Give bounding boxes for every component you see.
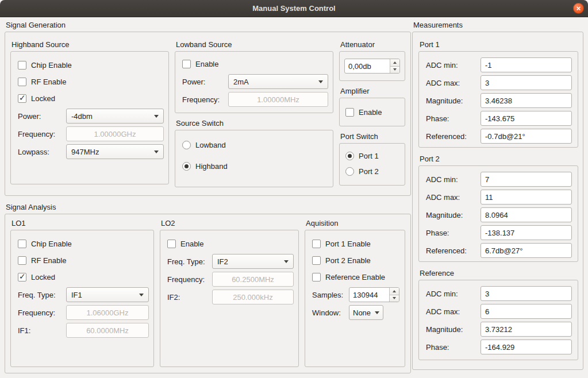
highband-rf-enable-checkbox[interactable]: RF Enable <box>18 75 164 88</box>
close-icon: × <box>577 5 581 12</box>
reference-magnitude-field[interactable]: 3.73212 <box>481 322 572 337</box>
highband-locked-checkbox[interactable]: Locked <box>18 92 164 105</box>
field-label: Lowpass: <box>18 148 66 156</box>
lo2-if2-field: 250.000kHz <box>212 290 294 304</box>
field-label: Frequency: <box>18 308 66 317</box>
aquisition-samples-row: Samples: 130944 <box>312 287 400 302</box>
triangle-up-icon <box>393 290 396 292</box>
signal-analysis-title: Signal Analysis <box>5 203 411 214</box>
lowband-power-select[interactable]: 2mA <box>228 74 328 89</box>
field-label: ADC min: <box>426 175 481 184</box>
source-switch-highband-radio[interactable]: Highband <box>182 160 328 172</box>
port2-referenced-field[interactable]: 6.7db@27° <box>481 243 572 258</box>
highband-frequency-field: 1.00000GHz <box>66 126 164 141</box>
field-label: Phase: <box>426 343 481 352</box>
attenuator-title: Attenuator <box>339 40 405 51</box>
port1-magnitude-field[interactable]: 3.46238 <box>481 93 572 108</box>
triangle-down-icon <box>393 68 397 71</box>
highband-lowpass-select[interactable]: 947MHz <box>66 144 164 159</box>
radio-circle <box>345 152 354 160</box>
checkbox-label: Enable <box>359 108 382 117</box>
window-select[interactable]: None <box>349 305 383 320</box>
lo2-frequency-field: 60.2500MHz <box>212 272 294 287</box>
port2-adc-min-field[interactable]: 7 <box>481 172 572 187</box>
lowband-source-group: Lowband Source Enable Power: 2mA <box>175 40 333 113</box>
reference-phase-field[interactable]: -164.929 <box>481 340 572 354</box>
field-label: ADC max: <box>426 79 481 87</box>
port2-phase-field[interactable]: -138.137 <box>481 225 572 240</box>
port-switch-port1-radio[interactable]: Port 1 <box>345 149 400 162</box>
lo1-freq-type-select[interactable]: IF1 <box>66 287 149 302</box>
lo1-group: LO1 Chip Enable RF Enable <box>10 219 154 367</box>
measurements-port2-group: Port 2 ADC min: 7 ADC max: 11 Ma <box>418 155 578 262</box>
source-switch-title: Source Switch <box>175 119 333 130</box>
radio-circle <box>182 141 191 149</box>
signal-analysis-frame: LO1 Chip Enable RF Enable <box>5 214 411 373</box>
checkbox-box <box>18 94 26 103</box>
port1-phase-field[interactable]: -143.675 <box>481 111 572 126</box>
lowband-frequency-field: 1.00000MHz <box>228 92 328 107</box>
reference-adc-min-row: ADC min: 3 <box>426 286 572 301</box>
measurements-title: Measurements <box>412 21 583 32</box>
checkbox-label: Chip Enable <box>31 61 72 70</box>
triangle-up-icon <box>393 61 397 64</box>
highband-source-title: Highband Source <box>10 40 169 51</box>
radio-circle <box>345 167 354 176</box>
highband-source-group: Highband Source Chip Enable RF Enable <box>10 40 169 184</box>
aquisition-port2-enable-checkbox[interactable]: Port 2 Enable <box>312 254 400 267</box>
lo2-group: LO2 Enable Freq. Type: IF2 <box>160 219 299 367</box>
highband-chip-enable-checkbox[interactable]: Chip Enable <box>18 59 164 71</box>
port1-adc-min-field[interactable]: -1 <box>481 57 572 72</box>
titlebar[interactable]: Manual System Control × <box>0 0 588 17</box>
reference-adc-max-field[interactable]: 6 <box>481 304 572 319</box>
checkbox-label: Locked <box>31 273 55 281</box>
port1-referenced-field[interactable]: -0.7db@21° <box>481 129 572 144</box>
chevron-down-icon <box>139 294 144 296</box>
lo2-freq-type-select[interactable]: IF2 <box>212 254 294 269</box>
window-title: Manual System Control <box>252 4 335 13</box>
reference-adc-min-field[interactable]: 3 <box>481 286 572 301</box>
port2-adc-max-field[interactable]: 11 <box>481 190 572 205</box>
attenuator-spinbox[interactable]: 0,00db <box>344 59 400 74</box>
port1-adc-max-field[interactable]: 3 <box>481 75 572 90</box>
port1-referenced-row: Referenced: -0.7db@21° <box>426 129 572 144</box>
spin-down-button[interactable] <box>390 295 399 302</box>
measurements-reference-group: Reference ADC min: 3 ADC max: 6 <box>418 269 578 360</box>
attenuator-group: Attenuator 0,00db <box>339 40 405 81</box>
checkbox-box <box>18 273 26 281</box>
port-switch-group: Port Switch Port 1 Port 2 <box>339 132 405 186</box>
field-label: Frequency: <box>182 95 228 104</box>
field-label: IF1: <box>18 326 66 335</box>
spin-up-button[interactable] <box>390 288 399 295</box>
highband-power-select[interactable]: -4dbm <box>66 109 164 124</box>
checkbox-box <box>167 240 176 248</box>
checkbox-label: Chip Enable <box>31 240 72 248</box>
spin-up-button[interactable] <box>390 59 399 67</box>
port2-phase-row: Phase: -138.137 <box>426 225 572 240</box>
checkbox-box <box>18 61 26 70</box>
samples-spinbox[interactable]: 130944 <box>349 287 399 302</box>
lo1-rf-enable-checkbox[interactable]: RF Enable <box>18 254 149 267</box>
field-label: IF2: <box>167 293 212 302</box>
field-label: Phase: <box>426 229 481 237</box>
amplifier-group: Amplifier Enable <box>339 87 405 126</box>
aquisition-reference-enable-checkbox[interactable]: Reference Enable <box>312 271 400 283</box>
lowband-enable-checkbox[interactable]: Enable <box>182 57 328 70</box>
field-label: Magnitude: <box>426 325 481 334</box>
aquisition-port1-enable-checkbox[interactable]: Port 1 Enable <box>312 237 400 250</box>
close-button[interactable]: × <box>573 3 584 14</box>
lo2-enable-checkbox[interactable]: Enable <box>167 237 294 250</box>
lo1-locked-checkbox[interactable]: Locked <box>18 271 149 283</box>
radio-label: Port 2 <box>359 167 379 176</box>
source-switch-lowband-radio[interactable]: Lowband <box>182 138 328 151</box>
amplifier-enable-checkbox[interactable]: Enable <box>345 106 400 118</box>
lowband-power-row: Power: 2mA <box>182 74 328 89</box>
port2-magnitude-field[interactable]: 8.0964 <box>481 207 572 222</box>
spin-down-button[interactable] <box>390 67 399 74</box>
measurements-group: Measurements Port 1 ADC min: -1 ADC max: <box>412 21 583 370</box>
port-switch-port2-radio[interactable]: Port 2 <box>345 165 400 178</box>
triangle-down-icon <box>393 297 396 299</box>
reference-title: Reference <box>418 269 578 280</box>
lo1-chip-enable-checkbox[interactable]: Chip Enable <box>18 237 149 250</box>
aquisition-window-row: Window: None <box>312 305 400 320</box>
